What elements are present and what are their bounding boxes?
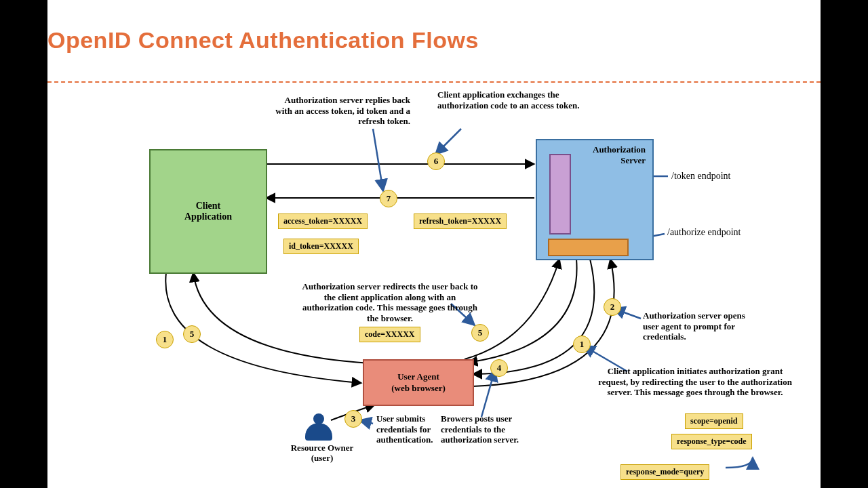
scope-param: scope=openid — [685, 413, 743, 429]
step-5-left-badge: 5 — [183, 325, 201, 343]
client-application-box: Client Application — [149, 149, 267, 274]
response-mode-param: response_mode=query — [620, 464, 709, 480]
step-1-left-badge: 1 — [156, 331, 174, 348]
step-4-badge: 4 — [490, 359, 508, 377]
step-7-note: Authorization server replies back with a… — [275, 95, 410, 127]
slide: OpenID Connect Authentication Flows — [47, 0, 821, 488]
step-6-badge: 6 — [427, 152, 445, 170]
refresh-token-param: refresh_token=XXXXX — [414, 214, 507, 229]
step-2-badge: 2 — [604, 298, 621, 316]
step-1-note: Client application initiates authorizati… — [597, 366, 793, 398]
user-agent-label: User Agent (web browser) — [391, 371, 446, 394]
step-2-note: Authorization server opens user agent to… — [643, 310, 758, 342]
resource-owner-label: Resource Owner (user) — [285, 443, 359, 464]
step-5-right-badge: 5 — [471, 324, 489, 342]
id-token-param: id_token=XXXXX — [283, 239, 359, 254]
authorize-endpoint-box — [548, 239, 629, 256]
code-param: code=XXXXX — [359, 327, 420, 342]
access-token-param: access_token=XXXXX — [278, 214, 368, 229]
step-5-note: Authorization server redirects the user … — [298, 281, 481, 323]
token-endpoint-box — [549, 154, 571, 235]
response-type-param: response_type=code — [671, 434, 752, 449]
step-6-note: Client application exchanges the authori… — [437, 89, 590, 110]
step-7-badge: 7 — [380, 190, 397, 207]
user-icon — [305, 413, 332, 441]
step-3-note: User submits credentials for authenticat… — [376, 413, 461, 445]
authorization-server-label: Authorization Server — [593, 144, 646, 166]
step-3-badge: 3 — [344, 410, 362, 428]
user-agent-box: User Agent (web browser) — [363, 359, 474, 406]
authorize-endpoint-label: /authorize endpoint — [667, 227, 741, 238]
diagram: Client Application Authorization Server … — [47, 88, 821, 488]
client-application-label: Client Application — [184, 201, 232, 222]
token-endpoint-label: /token endpoint — [671, 171, 731, 182]
page-title: OpenID Connect Authentication Flows — [47, 27, 479, 54]
step-1-right-badge: 1 — [573, 336, 591, 353]
divider — [47, 81, 821, 83]
